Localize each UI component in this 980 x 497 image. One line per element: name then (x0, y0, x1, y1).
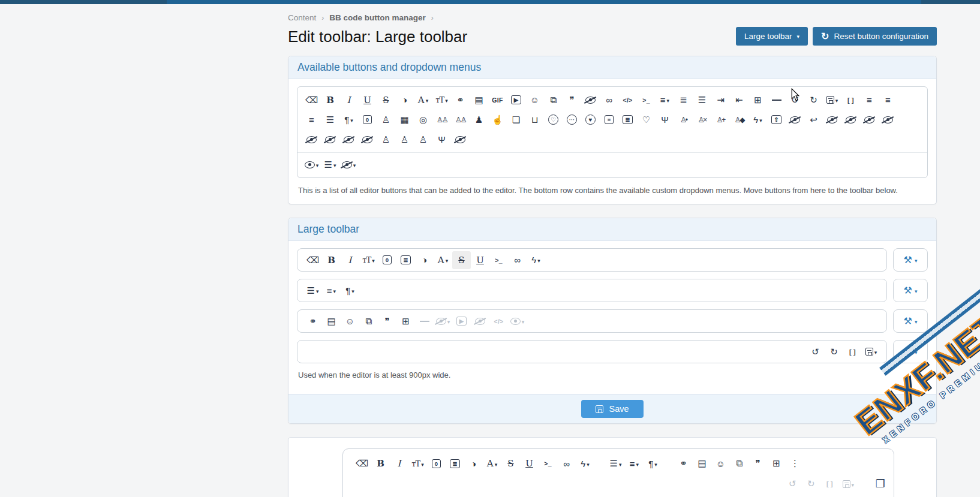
user-x-button[interactable]: ♙× (693, 111, 711, 129)
italic-button[interactable]: I (339, 91, 358, 109)
gallery-button[interactable]: ⧉ (730, 454, 748, 472)
quote-button[interactable]: ❞ (748, 454, 767, 472)
comment-dots-button[interactable]: ⋯ (563, 111, 581, 129)
align-button[interactable]: ≡▾ (322, 282, 341, 300)
drafts-button[interactable]: ▾ (862, 343, 880, 361)
receipt-button[interactable]: ≣ (446, 454, 464, 472)
undo-button[interactable]: ↺ (783, 475, 802, 493)
hide-8-button[interactable] (339, 131, 358, 149)
heart-pulse-button[interactable]: ♥ (581, 111, 600, 129)
justify-left-button[interactable]: ≡ (302, 111, 321, 129)
horizontal-rule-button[interactable] (767, 91, 786, 109)
comment-text-button[interactable]: ≡ (600, 111, 618, 129)
underline-button[interactable]: U (471, 251, 489, 269)
inline-code-button[interactable]: >_ (539, 454, 557, 472)
strikethrough-button[interactable]: S (452, 251, 471, 269)
reply-button[interactable]: ↩ (804, 111, 823, 129)
hide-2-button[interactable] (823, 111, 841, 129)
text-color-button[interactable]: ◑ (464, 454, 483, 472)
camera-button[interactable]: ◎ (414, 111, 432, 129)
table-button[interactable]: ⊞ (748, 91, 767, 109)
unlink-button[interactable]: ∞ (508, 251, 527, 269)
link-button[interactable]: ⚭ (451, 91, 470, 109)
strikethrough-button[interactable]: S (377, 91, 395, 109)
trophy-alt-button[interactable]: Ψ (432, 131, 451, 149)
hide-4-button[interactable] (860, 111, 879, 129)
inline-spoiler-button[interactable]: ▾ (434, 312, 452, 330)
unordered-list-button[interactable]: ☰ (693, 91, 711, 109)
link-button[interactable]: ⚭ (674, 454, 693, 472)
media-video-button[interactable]: ▶ (452, 312, 471, 330)
unordered-list-button[interactable]: ☰▾ (303, 282, 322, 300)
receipt-button[interactable]: ≣ (618, 111, 637, 129)
text-color-button[interactable]: ◑ (415, 251, 434, 269)
justify-button[interactable]: ☰ (321, 111, 339, 129)
paragraph-format-button[interactable]: ¶▾ (341, 282, 359, 300)
unordered-list-button[interactable]: ☰▾ (606, 454, 625, 472)
inline-code-button[interactable]: >_ (489, 251, 508, 269)
drafts-button[interactable]: ▾ (823, 91, 841, 109)
lightning-button[interactable]: ϟ▾ (527, 251, 545, 269)
table-button[interactable]: ⊞ (767, 454, 786, 472)
quote-button[interactable]: ❞ (563, 91, 581, 109)
redo-button[interactable]: ↻ (802, 475, 820, 493)
inline-code-button[interactable]: >_ (637, 91, 656, 109)
drafts-button[interactable]: ▾ (839, 475, 858, 493)
bb-code-button[interactable]: [ ] (841, 91, 860, 109)
show-dropdown-menu-button[interactable]: ▾ (302, 156, 321, 174)
bold-button[interactable]: B (371, 454, 390, 472)
hide-1-button[interactable] (786, 111, 804, 129)
hide-5-button[interactable] (879, 111, 897, 129)
user-b-button[interactable]: ♙ (395, 131, 414, 149)
align-button[interactable]: ≡▾ (656, 91, 674, 109)
font-size-button[interactable]: тT▾ (359, 251, 378, 269)
link-button[interactable]: ⚭ (303, 312, 322, 330)
list-dropdown-menu-button[interactable]: ☰▾ (321, 156, 339, 174)
cash-button[interactable]: 0 (378, 251, 396, 269)
strikethrough-button[interactable]: S (501, 454, 520, 472)
code-button[interactable]: </> (618, 91, 637, 109)
cart-button[interactable]: ⊔ (525, 111, 544, 129)
heart-button[interactable]: ♡ (637, 111, 656, 129)
undo-button[interactable]: ↺ (786, 91, 804, 109)
upload-button[interactable]: ⇧ (767, 111, 786, 129)
unlink-button[interactable]: ∞ (557, 454, 576, 472)
text-color-button[interactable]: ◑ (395, 91, 414, 109)
image-button[interactable]: ▤ (693, 454, 711, 472)
receipt-button[interactable]: ≣ (396, 251, 415, 269)
hide-dropdown-menu-button[interactable]: ▾ (339, 156, 358, 174)
undo-button[interactable]: ↺ (806, 343, 825, 361)
calendar-button[interactable]: ▦ (395, 111, 414, 129)
underline-button[interactable]: U (358, 91, 377, 109)
unlink-button[interactable]: ∞ (600, 91, 618, 109)
italic-button[interactable]: I (341, 251, 359, 269)
bold-button[interactable]: B (322, 251, 341, 269)
row-3-settings-button[interactable]: ⚒ ▾ (893, 309, 928, 333)
bb-code-button[interactable]: [ ] (820, 475, 839, 493)
italic-button[interactable]: I (390, 454, 408, 472)
hide-7-button[interactable] (321, 131, 339, 149)
chat-button[interactable]: ❏ (507, 111, 525, 129)
user-award-button[interactable]: ♙• (674, 111, 693, 129)
cash-button[interactable]: 0 (427, 454, 446, 472)
row-4-settings-button[interactable]: ⚒ ▾ (893, 340, 928, 363)
more-button[interactable]: ⋮ (786, 454, 804, 472)
font-family-button[interactable]: A▾ (414, 91, 432, 109)
breadcrumb-item-content[interactable]: Content (288, 13, 316, 22)
underline-button[interactable]: U (520, 454, 539, 472)
user-shield-button[interactable]: ♙◆ (730, 111, 748, 129)
remove-format-button[interactable]: ⌫ (303, 251, 322, 269)
user-plus-button[interactable]: ♙+ (711, 111, 730, 129)
bold-button[interactable]: B (321, 91, 339, 109)
breadcrumb-item-bb-code-button-manager[interactable]: BB code button manager (329, 13, 426, 22)
user-button[interactable]: ♙ (377, 111, 395, 129)
lightning-button[interactable]: ϟ▾ (748, 111, 767, 129)
smilies-button[interactable]: ☺ (341, 312, 359, 330)
lightning-button[interactable]: ϟ▾ (576, 454, 594, 472)
hide-3-button[interactable] (841, 111, 860, 129)
ordered-list-button[interactable]: ≣ (674, 91, 693, 109)
user-group-alt-button[interactable]: ♙♙ (451, 111, 470, 129)
quote-button[interactable]: ❞ (378, 312, 396, 330)
image-button[interactable]: ▤ (322, 312, 341, 330)
font-size-button[interactable]: тT▾ (432, 91, 451, 109)
